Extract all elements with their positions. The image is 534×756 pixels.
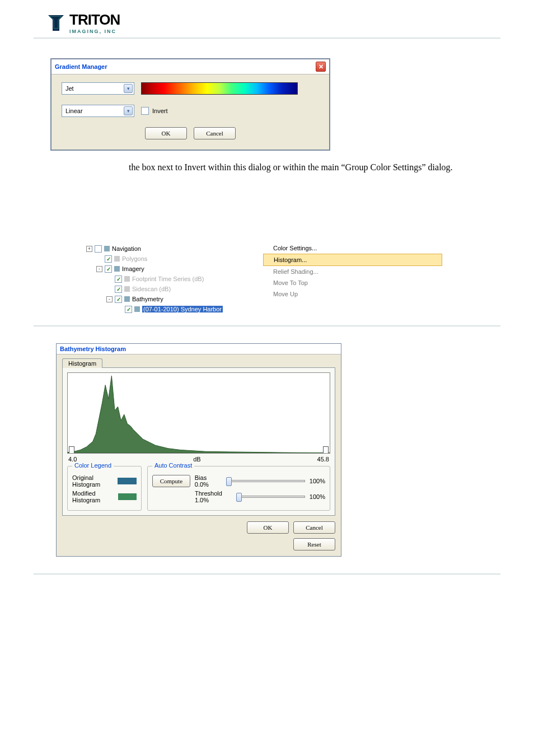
colormap-value: Jet bbox=[65, 85, 74, 92]
layer-icon bbox=[134, 306, 140, 312]
tree-item[interactable]: -✓Bathymetry bbox=[86, 294, 261, 304]
color-legend-title: Color Legend bbox=[72, 462, 114, 469]
dialog-title: Gradient Manager bbox=[55, 63, 107, 70]
ok-button[interactable]: OK bbox=[247, 521, 289, 534]
bias-pct: 100% bbox=[310, 478, 325, 484]
layer-icon bbox=[124, 276, 130, 282]
logo-title: TRITON bbox=[69, 11, 120, 29]
layer-icon bbox=[104, 246, 110, 251]
dialog-titlebar: Gradient Manager ✕ bbox=[51, 59, 329, 74]
histogram-chart bbox=[67, 372, 330, 454]
tree-checkbox[interactable]: ✓ bbox=[115, 276, 122, 283]
tree-checkbox[interactable]: ✓ bbox=[115, 286, 122, 293]
logo: TRITON IMAGING, INC bbox=[0, 0, 534, 38]
section-divider bbox=[34, 325, 500, 326]
tree-label: Footprint Time Series (dB) bbox=[132, 276, 204, 282]
expand-icon[interactable]: - bbox=[96, 266, 102, 272]
menu-item: Move To Top bbox=[263, 277, 442, 288]
invert-checkbox[interactable] bbox=[141, 107, 149, 115]
tree-checkbox[interactable]: ✓ bbox=[115, 296, 122, 303]
histogram-tab[interactable]: Histogram bbox=[62, 358, 102, 368]
tree-label: Polygons bbox=[122, 255, 147, 262]
dialog-titlebar: Bathymetry Histogram bbox=[57, 344, 341, 354]
tree-item[interactable]: ✓Polygons bbox=[86, 254, 261, 264]
tree-label: Navigation bbox=[112, 245, 141, 252]
layer-icon bbox=[124, 296, 130, 302]
compute-button[interactable]: Compute bbox=[152, 475, 190, 487]
colormap-combo[interactable]: Jet ▾ bbox=[62, 82, 134, 95]
cancel-button[interactable]: Cancel bbox=[194, 127, 236, 139]
modified-swatch bbox=[118, 493, 137, 500]
axis-label: dB bbox=[193, 456, 200, 463]
context-menu: Color Settings...Histogram...Relief Shad… bbox=[263, 241, 442, 320]
body-paragraph: the box next to Invert within this dialo… bbox=[34, 161, 484, 174]
chevron-down-icon: ▾ bbox=[124, 106, 133, 115]
menu-item: Move Up bbox=[263, 288, 442, 300]
layer-tree-screenshot: +Navigation✓Polygons-✓Imagery✓Footprint … bbox=[84, 241, 442, 320]
expand-icon[interactable]: + bbox=[86, 246, 92, 252]
original-swatch bbox=[118, 478, 137, 484]
bias-label: Bias 0.0% bbox=[195, 474, 222, 488]
modified-histogram-label: Modified Histogram bbox=[72, 490, 114, 503]
cancel-button[interactable]: Cancel bbox=[293, 521, 335, 534]
tree-item[interactable]: ✓(07-01-2010) Sydney Harbor bbox=[86, 304, 261, 314]
range-max-thumb[interactable] bbox=[323, 446, 329, 454]
tree-label: (07-01-2010) Sydney Harbor bbox=[142, 306, 223, 312]
svg-marker-0 bbox=[68, 376, 330, 453]
tree-label: Bathymetry bbox=[132, 296, 163, 302]
tree-item[interactable]: ✓Footprint Time Series (dB) bbox=[86, 274, 261, 284]
interpolation-combo[interactable]: Linear ▾ bbox=[62, 105, 134, 117]
close-button[interactable]: ✕ bbox=[316, 62, 326, 72]
bathymetry-histogram-dialog: Bathymetry Histogram Histogram 4.0 dB 45… bbox=[56, 343, 341, 557]
layer-icon bbox=[124, 286, 130, 292]
tree-item[interactable]: +Navigation bbox=[86, 244, 261, 254]
logo-subtitle: IMAGING, INC bbox=[69, 29, 120, 34]
invert-label: Invert bbox=[152, 108, 168, 114]
chevron-down-icon: ▾ bbox=[124, 84, 133, 93]
gradient-manager-dialog: Gradient Manager ✕ Jet ▾ Linear ▾ Invert… bbox=[50, 58, 330, 151]
tree-checkbox[interactable]: ✓ bbox=[105, 265, 112, 273]
expand-icon[interactable]: - bbox=[106, 296, 113, 302]
tree-checkbox[interactable]: ✓ bbox=[105, 255, 112, 263]
auto-contrast-title: Auto Contrast bbox=[152, 462, 194, 469]
menu-item: Relief Shading... bbox=[263, 266, 442, 277]
layer-icon bbox=[114, 256, 120, 262]
tree-item[interactable]: -✓Imagery bbox=[86, 264, 261, 274]
menu-item[interactable]: Color Settings... bbox=[263, 242, 442, 254]
ok-button[interactable]: OK bbox=[145, 127, 187, 139]
tree-checkbox[interactable] bbox=[95, 245, 102, 253]
header-divider bbox=[34, 38, 500, 39]
reset-button[interactable]: Reset bbox=[293, 538, 335, 550]
original-histogram-label: Original Histogram bbox=[72, 474, 113, 488]
range-min-thumb[interactable] bbox=[69, 446, 74, 454]
dialog-title: Bathymetry Histogram bbox=[60, 346, 126, 352]
gradient-preview bbox=[141, 82, 298, 95]
close-icon: ✕ bbox=[318, 63, 324, 71]
tree-checkbox[interactable]: ✓ bbox=[125, 306, 132, 313]
menu-item[interactable]: Histogram... bbox=[263, 254, 442, 266]
threshold-slider[interactable] bbox=[237, 496, 305, 498]
bias-slider[interactable] bbox=[227, 480, 305, 482]
triton-logo-icon bbox=[45, 12, 67, 34]
tree-label: Imagery bbox=[122, 265, 144, 272]
threshold-label: Threshold 1.0% bbox=[195, 490, 232, 503]
axis-max: 45.8 bbox=[317, 456, 329, 463]
footer-divider bbox=[34, 573, 500, 575]
layer-icon bbox=[114, 266, 120, 272]
threshold-pct: 100% bbox=[310, 493, 325, 500]
interpolation-value: Linear bbox=[65, 108, 83, 114]
tree-label: Sidescan (dB) bbox=[132, 286, 171, 292]
tree-item[interactable]: ✓Sidescan (dB) bbox=[86, 284, 261, 294]
layer-tree: +Navigation✓Polygons-✓Imagery✓Footprint … bbox=[84, 241, 263, 320]
